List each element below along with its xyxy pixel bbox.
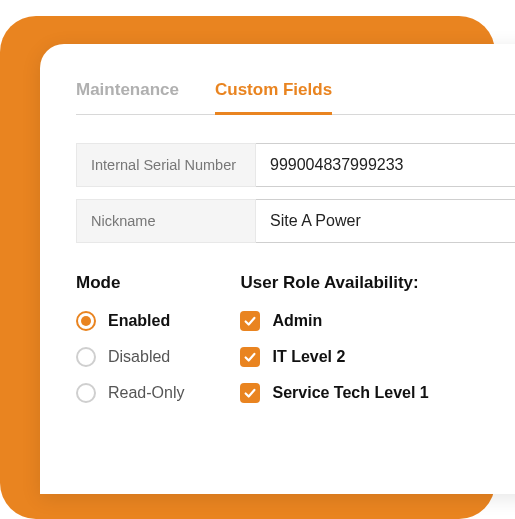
input-nickname[interactable]	[256, 199, 515, 243]
row-nickname: Nickname	[76, 199, 515, 243]
mode-column: Mode Enabled Disabled Read-Only	[76, 273, 184, 419]
radio-label: Read-Only	[108, 384, 184, 402]
label-internal-serial: Internal Serial Number	[76, 143, 256, 187]
check-icon	[240, 347, 260, 367]
mode-heading: Mode	[76, 273, 184, 293]
radio-icon	[76, 347, 96, 367]
checkbox-service-tech-1[interactable]: Service Tech Level 1	[240, 383, 428, 403]
radio-enabled[interactable]: Enabled	[76, 311, 184, 331]
options-section: Mode Enabled Disabled Read-Only User Rol…	[76, 273, 515, 419]
check-icon	[240, 311, 260, 331]
settings-card: Maintenance Custom Fields Internal Seria…	[40, 44, 515, 494]
row-internal-serial: Internal Serial Number	[76, 143, 515, 187]
checkbox-it-level-2[interactable]: IT Level 2	[240, 347, 428, 367]
form-fields: Internal Serial Number Nickname	[76, 143, 515, 243]
checkbox-label: Service Tech Level 1	[272, 384, 428, 402]
radio-icon	[76, 383, 96, 403]
roles-heading: User Role Availability:	[240, 273, 428, 293]
tab-maintenance[interactable]: Maintenance	[76, 80, 179, 114]
radio-label: Disabled	[108, 348, 170, 366]
checkbox-label: Admin	[272, 312, 322, 330]
radio-readonly[interactable]: Read-Only	[76, 383, 184, 403]
input-internal-serial[interactable]	[256, 143, 515, 187]
label-nickname: Nickname	[76, 199, 256, 243]
checkbox-label: IT Level 2	[272, 348, 345, 366]
tab-custom-fields[interactable]: Custom Fields	[215, 80, 332, 114]
radio-label: Enabled	[108, 312, 170, 330]
checkbox-admin[interactable]: Admin	[240, 311, 428, 331]
check-icon	[240, 383, 260, 403]
tab-bar: Maintenance Custom Fields	[76, 80, 515, 115]
radio-icon	[76, 311, 96, 331]
radio-disabled[interactable]: Disabled	[76, 347, 184, 367]
roles-column: User Role Availability: Admin IT Level 2…	[240, 273, 428, 419]
